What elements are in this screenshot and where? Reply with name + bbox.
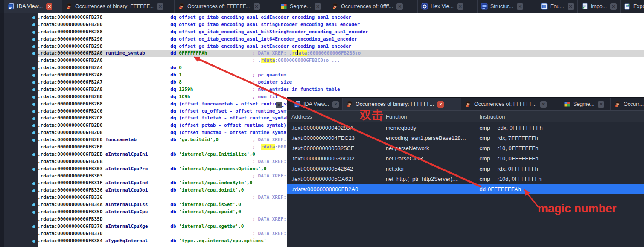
close-icon[interactable]: ✕ <box>332 101 339 108</box>
tab-label: Structur... <box>490 3 513 9</box>
enums-icon <box>541 3 548 10</box>
listing-line[interactable]: .rdata:00000000006FB280 dq offset go_ita… <box>38 21 644 29</box>
table-row[interactable]: .text:000000000040283Amemeqbodycmpedx, 0… <box>287 122 644 133</box>
close-icon[interactable]: ✕ <box>157 3 163 10</box>
table-row[interactable]: .text:000000000053AC02net.ParseCIDRcmpr1… <box>287 153 644 163</box>
structures-icon <box>481 3 488 10</box>
cell-instruction: dd0FFFFFFFAh <box>475 186 644 192</box>
tab-label: IDA View... <box>303 101 329 107</box>
popup-tab-bar: IDA View...✕Occurrences of binary: FFFFF… <box>287 98 644 111</box>
popup-tab-1[interactable]: Occurrences of binary: FFFFFF...✕ <box>343 98 461 110</box>
column-header-address[interactable]: Address <box>287 111 382 122</box>
gutter-dot <box>32 153 35 156</box>
close-icon[interactable]: ✕ <box>46 3 52 10</box>
occurrences-table: AddressFunctionInstruction .text:0000000… <box>287 110 644 247</box>
table-row[interactable]: .text:00000000005325CFnet.parseNetworkcm… <box>287 143 644 153</box>
close-icon[interactable]: ✕ <box>610 3 617 10</box>
tab-label: Occurrences of binary: FFFFFF... <box>356 101 434 107</box>
listing-gutter <box>4 13 38 247</box>
popup-tab-2[interactable]: Occurrences of: FFFFFF...✕ <box>461 98 560 110</box>
close-icon[interactable]: ✕ <box>396 3 403 10</box>
gutter-dot <box>32 31 35 34</box>
gutter-dot <box>32 189 35 192</box>
cell-function: encoding_asn1.parseBase128… <box>382 135 475 141</box>
table-row[interactable]: .text:00000000004FEC23encoding_asn1.pars… <box>287 133 644 143</box>
listing-line[interactable]: .rdata:00000000006FB2A0 ; .rdata:0000000… <box>38 57 644 64</box>
cell-instruction: cmprdx, 0FFFFFFFh <box>475 166 644 172</box>
cell-function: net.parseNetwork <box>382 145 475 151</box>
listing-line[interactable]: .rdata:00000000006FB2A8 dq 1259h ; num e… <box>38 86 644 93</box>
cell-address: .text:000000000040283A <box>287 125 382 131</box>
gutter-dot <box>32 182 35 185</box>
gutter-dot <box>32 74 35 77</box>
gutter-dot <box>32 117 35 120</box>
column-header-instruction[interactable]: Instruction <box>475 111 644 122</box>
gutter-dot <box>32 203 35 206</box>
hex-view-icon <box>421 3 428 10</box>
main-tab-8[interactable]: Impo...✕ <box>578 0 621 13</box>
close-icon[interactable]: ✕ <box>254 3 260 10</box>
listing-line[interactable]: .rdata:00000000006FB288 dq offset go_ita… <box>38 29 644 36</box>
tab-label: Occurrences of binary: FFFFFF... <box>75 3 154 9</box>
table-row[interactable]: .text:00000000005CA62Fnet_http.(_ptr_htt… <box>287 174 644 184</box>
close-icon[interactable]: ✕ <box>437 101 444 108</box>
gutter-dot <box>32 67 35 70</box>
gutter-dot <box>32 16 35 19</box>
column-header-function[interactable]: Function <box>382 111 475 122</box>
close-icon[interactable]: ✕ <box>568 3 574 10</box>
listing-line[interactable]: .rdata:00000000006FB2A4 dw 0 <box>38 64 644 72</box>
gutter-dot <box>32 240 35 243</box>
main-tab-bar: IDA View...✕Occurrences of binary: FFFFF… <box>0 0 644 13</box>
close-icon[interactable]: ✕ <box>540 101 547 108</box>
close-icon[interactable]: ✕ <box>315 3 321 10</box>
popup-tab-0[interactable]: IDA View...✕ <box>291 98 343 110</box>
close-icon[interactable]: ✕ <box>276 102 282 108</box>
imports-icon <box>581 3 588 10</box>
listing-line[interactable]: .rdata:00000000006FB278 dq offset go_ita… <box>38 14 644 21</box>
listing-line[interactable]: .rdata:00000000006FB298 dq offset go_ita… <box>38 43 644 50</box>
occurrences-icon <box>178 3 185 10</box>
occurrences-icon <box>66 3 73 10</box>
tab-label: Segme... <box>573 101 594 107</box>
table-row-selected[interactable]: .rdata:00000000006FB2A0dd0FFFFFFFAh <box>287 184 644 194</box>
main-tab-4[interactable]: Occurrences of: 0ffff...✕ <box>328 0 418 13</box>
gutter-dot <box>32 168 35 171</box>
main-tab-3[interactable]: Segme...✕ <box>277 0 328 13</box>
gutter-dot <box>32 52 35 55</box>
tab-label: Expo... <box>633 3 644 9</box>
popup-tab-3[interactable]: Segme...✕ <box>560 98 611 110</box>
tab-label: Occurr... <box>624 101 644 107</box>
main-tab-7[interactable]: Enu...✕ <box>537 0 578 13</box>
tab-label: Occurrences of: FFFFFF... <box>187 3 250 9</box>
cell-function: net.ParseCIDR <box>382 155 475 162</box>
occurrences-icon <box>332 3 338 10</box>
close-icon[interactable]: ✕ <box>457 3 463 10</box>
main-tab-6[interactable]: Structur...✕ <box>478 0 537 13</box>
cell-function: memeqbody <box>382 125 475 131</box>
cell-instruction: cmpedx, 0FFFFFFFFh <box>475 125 644 131</box>
cell-address: .text:000000000053AC02 <box>287 155 382 162</box>
popup-tab-4[interactable]: Occurr... <box>611 98 644 110</box>
occurrences-icon <box>465 101 472 108</box>
listing-line[interactable]: .rdata:00000000006FB290 dq offset go_ita… <box>38 36 644 43</box>
main-tab-5[interactable]: Hex Vie...✕ <box>418 0 478 13</box>
table-row[interactable]: .text:0000000000542642net.xtoicmprdx, 0F… <box>287 163 644 174</box>
tab-label: Impo... <box>591 3 607 9</box>
table-header: AddressFunctionInstruction <box>287 110 644 122</box>
main-tab-0[interactable]: IDA View...✕ <box>4 0 62 13</box>
listing-line[interactable]: .rdata:00000000006FB2A6 db 1 ; pc quantu… <box>38 72 644 79</box>
cell-instruction: cmpr10, 0FFFFFFFh <box>475 155 644 162</box>
listing-line-current[interactable]: .rdata:00000000006FB2A0 runtime_symtab d… <box>38 50 644 57</box>
listing-line[interactable]: .rdata:00000000006FB2A7 db 8 ; pointer s… <box>38 79 644 86</box>
tab-label: Segme... <box>290 3 311 9</box>
close-icon[interactable]: ✕ <box>517 3 523 10</box>
segments-icon <box>564 101 571 108</box>
gutter-dot <box>32 110 35 113</box>
gutter-dot <box>32 96 35 99</box>
main-tab-1[interactable]: Occurrences of binary: FFFFFF...✕ <box>62 0 175 13</box>
tab-label: Occurrences of: FFFFFF... <box>474 101 537 107</box>
gutter-dot <box>32 211 35 214</box>
main-tab-2[interactable]: Occurrences of: FFFFFF...✕ <box>175 0 277 13</box>
main-tab-9[interactable]: Expo...✕ <box>621 0 644 13</box>
close-icon[interactable]: ✕ <box>598 101 604 108</box>
